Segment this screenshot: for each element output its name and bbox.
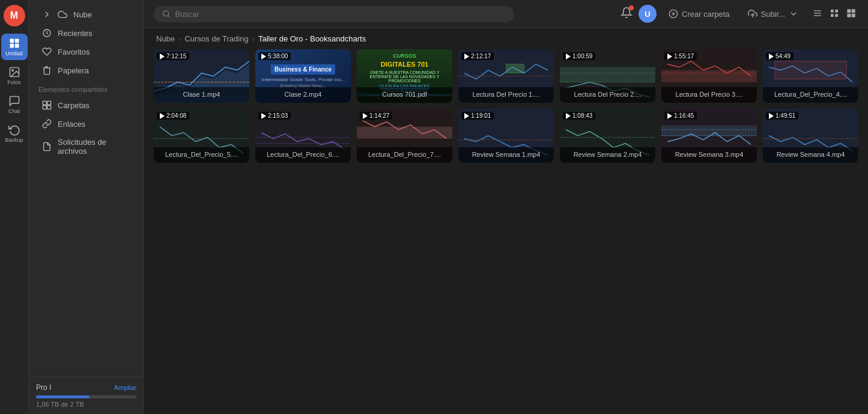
breadcrumb-nube[interactable]: Nube [156,34,175,43]
search-icon [162,10,170,18]
svg-rect-26 [847,13,851,17]
file-card-6[interactable]: 54:49 Lectura_Del_Precio_4.... [763,49,858,103]
duration-badge-0: 7:12:15 [157,52,189,60]
storage-bar-bg [36,395,136,398]
nav-recientes[interactable]: Recientes [32,24,140,42]
file-label-0: Clase 1.mp4 [154,87,249,103]
file-label-3: Lectura Del Precio 1.... [458,87,554,103]
breadcrumb-cursos-trading[interactable]: Cursos de Trading [184,34,248,43]
left-icon-panel: M Unidad Fotos Chat Backup [0,0,29,414]
svg-rect-7 [43,101,46,105]
svg-rect-3 [14,44,19,48]
nav-nube[interactable]: Nube [32,5,140,23]
sidebar-item-backup[interactable]: Backup [1,120,28,147]
file-card-10[interactable]: 1:19:01 Review Semana 1.mp4 [458,109,554,162]
file-card-2[interactable]: CURSOS DIGITALES 701 ÚNETE A NUESTRA COM… [357,49,452,103]
svg-point-11 [163,11,169,16]
chevron-down-icon [789,9,798,19]
file-card-0[interactable]: 7:12:15 Clase 1.mp4 [154,49,249,103]
file-card-7[interactable]: 2:04:08 Lectura_Del_Precio_5.... [154,109,249,162]
svg-rect-2 [10,44,14,48]
view-grid-button[interactable] [827,6,842,22]
sidebar-nav: Nube Recientes Favoritos Papelera Elemen… [29,0,144,377]
view-list-button[interactable] [810,6,825,22]
file-label-8: Lectura_Del_Precio_6.... [255,147,351,163]
file-label-10: Review Semana 1.mp4 [458,147,554,163]
topbar: U Crear carpeta Subir... [144,0,868,28]
svg-rect-24 [847,9,851,13]
svg-rect-1 [14,39,19,43]
crear-carpeta-button[interactable]: Crear carpeta [663,6,735,22]
sidebar-item-chat[interactable]: Chat [1,91,28,118]
breadcrumb-current: Taller de Oro - Booksandcharts [258,34,366,43]
duration-badge-8: 2:15:03 [258,112,291,120]
sidebar-item-unidad[interactable]: Unidad [1,34,28,60]
file-label-9: Lectura_Del_Precio_7.... [357,147,452,163]
svg-rect-21 [835,10,838,13]
ampliar-link[interactable]: Ampliar [114,384,136,391]
nav-nube-label: Nube [73,10,92,19]
nav-carpetas[interactable]: Carpetas [32,96,140,114]
storage-bar-fill [36,395,90,398]
search-input[interactable] [175,10,506,19]
breadcrumb: Nube › Cursos de Trading › Taller de Oro… [144,28,868,49]
sidebar: M Unidad Fotos Chat Backup Nube [0,0,144,414]
duration-badge-9: 1:14:27 [360,112,392,120]
nav-papelera[interactable]: Papelera [32,61,140,79]
file-card-11[interactable]: 1:08:43 Review Semana 2.mp4 [560,109,655,162]
subir-button[interactable]: Subir... [742,6,804,22]
duration-badge-10: 1:19:01 [461,112,494,120]
svg-rect-40 [775,61,846,79]
search-box[interactable] [154,6,514,22]
svg-rect-22 [831,14,834,17]
file-card-8[interactable]: 2:15:03 Lectura_Del_Precio_6.... [255,109,351,162]
user-avatar[interactable]: U [639,5,657,23]
storage-used-text: 1,06 TB de 2 TB [36,401,136,408]
file-label-2: Cursos 701.pdf [357,87,452,103]
file-card-5[interactable]: 1:55:17 Lectura Del Precio 3.... [661,49,757,103]
sidebar-item-fotos[interactable]: Fotos [1,62,28,89]
svg-rect-9 [43,106,46,109]
topbar-actions: U Crear carpeta Subir... [621,5,858,23]
file-label-11: Review Semana 2.mp4 [560,147,655,163]
file-card-13[interactable]: 1:49:51 Review Semana 4.mp4 [763,109,858,162]
main-area: U Crear carpeta Subir... [144,0,868,414]
nav-enlaces[interactable]: Enlaces [32,115,140,133]
svg-rect-23 [835,14,838,17]
view-toggle [810,6,858,22]
file-card-1[interactable]: Business & Finance Intermediate Grade To… [255,49,351,103]
svg-rect-0 [10,39,14,43]
svg-rect-8 [47,101,51,105]
file-label-5: Lectura Del Precio 3.... [661,87,757,103]
sidebar-content: Nube Recientes Favoritos Papelera Elemen… [29,0,144,414]
svg-rect-37 [661,70,757,82]
file-grid: 7:12:15 Clase 1.mp4 Business & Finance I… [154,49,858,163]
app-logo: M [4,5,25,26]
sidebar-bottom: Pro I Ampliar 1,06 TB de 2 TB [29,377,144,414]
nav-carpetas-label: Carpetas [58,101,90,110]
shared-section-label: Elementos compartidos [29,80,144,96]
file-grid-area: 7:12:15 Clase 1.mp4 Business & Finance I… [144,49,868,414]
duration-badge-13: 1:49:51 [766,112,798,120]
storage-plan-label: Pro I [36,383,51,392]
file-label-7: Lectura_Del_Precio_5.... [154,147,249,163]
file-card-9[interactable]: 1:14:27 Lectura_Del_Precio_7.... [357,109,452,162]
nav-solicitudes[interactable]: Solicitudes de archivos [32,133,140,160]
notification-button[interactable] [621,7,633,21]
file-card-3[interactable]: 2:12:17 Lectura Del Precio 1.... [458,49,554,103]
svg-rect-33 [560,67,655,82]
duration-badge-6: 54:49 [766,52,794,60]
file-card-4[interactable]: 1:00:59 Lectura Del Precio 2.... [560,49,655,103]
svg-rect-31 [506,64,524,73]
nav-enlaces-label: Enlaces [58,120,85,129]
nav-recientes-label: Recientes [58,29,93,38]
duration-badge-1: 5:38:00 [258,52,291,60]
svg-rect-27 [852,13,855,17]
svg-rect-10 [47,106,51,109]
svg-line-12 [168,16,169,17]
nav-favoritos[interactable]: Favoritos [32,43,140,61]
file-card-12[interactable]: 1:16:45 Review Semana 3.mp4 [661,109,757,162]
file-label-1: Clase 2.mp4 [255,87,351,103]
svg-rect-53 [661,126,757,136]
view-largeicon-button[interactable] [844,6,858,22]
